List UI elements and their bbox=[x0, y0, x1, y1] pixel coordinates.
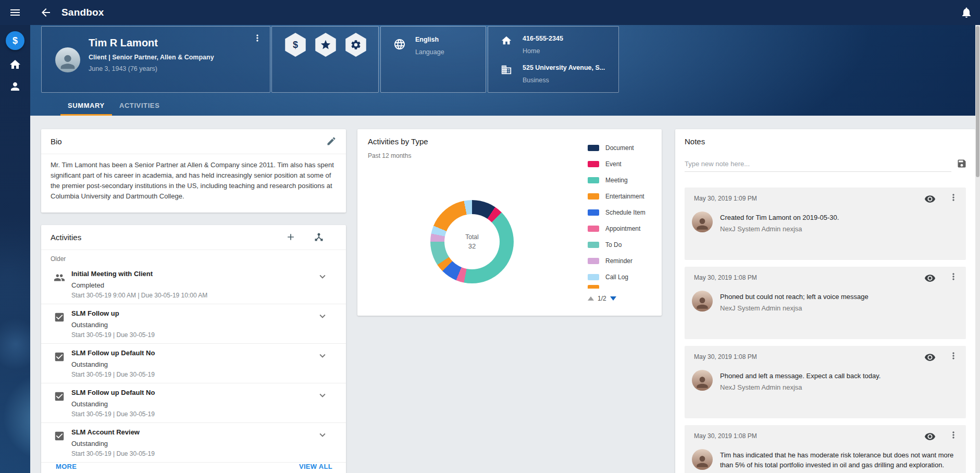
note-body: Phoned and left a message. Expect a call… bbox=[720, 371, 956, 392]
hierarchy-icon[interactable] bbox=[314, 232, 324, 242]
building-icon bbox=[501, 64, 512, 76]
person-icon bbox=[694, 216, 711, 232]
activity-item[interactable]: SLM Account Review Outstanding Start 30-… bbox=[41, 423, 346, 463]
phone-number[interactable]: 416-555-2345 bbox=[523, 35, 563, 42]
add-activity-plus-icon[interactable] bbox=[286, 232, 296, 242]
profile-avatar bbox=[55, 47, 80, 72]
people-icon bbox=[54, 272, 65, 283]
profile-card: Tim R Lamont Client | Senior Partner, Al… bbox=[41, 26, 270, 93]
activity-status: Outstanding bbox=[71, 400, 108, 408]
visibility-eye-icon[interactable] bbox=[924, 193, 936, 205]
scrollbar-thumb[interactable] bbox=[976, 26, 979, 177]
legend-item: Entertainment bbox=[588, 188, 646, 204]
menu-icon[interactable] bbox=[9, 6, 21, 19]
chevron-down-icon[interactable] bbox=[317, 350, 328, 362]
activities-card: Activities Older Initial Meeting with Cl… bbox=[41, 225, 346, 473]
legend-item: To Do bbox=[588, 236, 646, 253]
tab-activities[interactable]: ACTIVITIES bbox=[112, 97, 167, 116]
note-kebab-menu-icon[interactable] bbox=[948, 271, 959, 282]
visibility-eye-icon[interactable] bbox=[924, 272, 936, 284]
badge-star[interactable] bbox=[314, 33, 338, 57]
topbar: Sandbox bbox=[0, 0, 980, 25]
activity-dates: Start 30-05-19 9:00 AM | Due 30-05-19 10… bbox=[71, 292, 207, 299]
save-note-icon[interactable] bbox=[957, 158, 967, 169]
activity-item[interactable]: Initial Meeting with Client Completed St… bbox=[41, 265, 346, 304]
chevron-down-icon[interactable] bbox=[317, 429, 328, 441]
badge-dollar[interactable]: $ bbox=[283, 33, 307, 57]
address-value[interactable]: 525 University Avenue, S... bbox=[523, 64, 605, 71]
bio-text: Mr. Tim Lamont has been a Senior Partner… bbox=[41, 154, 346, 202]
activity-item[interactable]: SLM Follow up Outstanding Start 30-05-19… bbox=[41, 304, 346, 344]
chart-subtitle: Past 12 months bbox=[368, 152, 411, 159]
chevron-down-icon[interactable] bbox=[317, 390, 328, 401]
chart-legend: Document Event Meeting Entertainment Sch… bbox=[588, 140, 646, 285]
chevron-down-icon[interactable] bbox=[317, 310, 328, 322]
more-button[interactable]: MORE bbox=[56, 463, 77, 470]
legend-label: To Do bbox=[605, 241, 622, 248]
note-entry: May 30, 2019 1:08 PM Phoned and left a m… bbox=[685, 346, 966, 418]
person-icon bbox=[57, 52, 78, 72]
notes-card: Notes May 30, 2019 1:09 PM Created for T… bbox=[675, 129, 975, 473]
dollar-icon: $ bbox=[13, 35, 18, 46]
notifications-bell-icon[interactable] bbox=[960, 6, 973, 19]
note-kebab-menu-icon[interactable] bbox=[948, 430, 959, 440]
legend-item: Event bbox=[588, 156, 646, 172]
note-timestamp: May 30, 2019 1:08 PM bbox=[694, 274, 757, 281]
activity-title: SLM Account Review bbox=[71, 428, 140, 436]
activity-item[interactable]: SLM Follow up Default No Outstanding Sta… bbox=[41, 344, 346, 383]
note-kebab-menu-icon[interactable] bbox=[948, 192, 959, 203]
activity-status: Outstanding bbox=[71, 360, 108, 368]
dollar-icon: $ bbox=[293, 40, 298, 51]
contact-birthdate: June 3, 1943 (76 years) bbox=[89, 65, 157, 72]
note-author-avatar bbox=[692, 370, 713, 391]
legend-swatch bbox=[588, 226, 599, 232]
sidebar-item-home[interactable] bbox=[9, 58, 21, 71]
legend-label: Reminder bbox=[605, 257, 632, 265]
person-icon bbox=[9, 80, 21, 93]
page-up-icon[interactable] bbox=[588, 296, 594, 301]
legend-swatch bbox=[588, 145, 599, 151]
legend-item: Schedule Item bbox=[588, 204, 646, 220]
legend-swatch bbox=[588, 258, 599, 264]
visibility-eye-icon[interactable] bbox=[924, 431, 936, 442]
view-all-button[interactable]: VIEW ALL bbox=[299, 463, 332, 470]
legend-label: Document bbox=[605, 144, 634, 152]
sidebar-item-finance[interactable]: $ bbox=[6, 31, 24, 50]
contact-name: Tim R Lamont bbox=[89, 37, 158, 49]
language-card[interactable]: English Language bbox=[380, 26, 486, 93]
left-sidebar: $ bbox=[0, 25, 30, 473]
back-arrow-icon[interactable] bbox=[40, 6, 52, 19]
person-icon bbox=[694, 453, 711, 470]
page-down-icon[interactable] bbox=[610, 296, 616, 301]
note-entry: May 30, 2019 1:09 PM Created for Tim Lam… bbox=[685, 188, 966, 260]
activity-dates: Start 30-05-19 | Due 30-05-19 bbox=[71, 410, 155, 418]
activity-item[interactable]: SLM Follow up Default No Outstanding Sta… bbox=[41, 383, 346, 423]
activity-status: Outstanding bbox=[71, 440, 108, 447]
scrollbar-track[interactable] bbox=[975, 25, 980, 473]
tab-summary[interactable]: SUMMARY bbox=[60, 97, 112, 116]
contact-subtitle: Client | Senior Partner, Allen & Company bbox=[89, 54, 214, 61]
visibility-eye-icon[interactable] bbox=[924, 352, 936, 363]
person-icon bbox=[694, 295, 711, 312]
badge-settings[interactable] bbox=[344, 33, 368, 57]
sidebar-item-contacts[interactable] bbox=[9, 80, 21, 93]
phone-label: Home bbox=[523, 47, 540, 55]
task-icon bbox=[54, 430, 65, 442]
activities-group-label: Older bbox=[41, 250, 346, 265]
activity-dates: Start 30-05-19 | Due 30-05-19 bbox=[71, 371, 155, 378]
activities-by-type-card: Activities by Type Past 12 months Total … bbox=[357, 129, 662, 316]
new-note-input[interactable] bbox=[685, 156, 951, 172]
profile-kebab-menu-icon[interactable] bbox=[252, 33, 263, 43]
chevron-down-icon[interactable] bbox=[317, 271, 328, 282]
note-body: Phoned but could not reach; left a voice… bbox=[720, 292, 956, 313]
badges-card: $ bbox=[271, 26, 379, 93]
activities-title: Activities bbox=[51, 233, 81, 242]
note-author: NexJ System Admin nexjsa bbox=[720, 382, 956, 392]
edit-pencil-icon[interactable] bbox=[326, 136, 337, 146]
note-author-avatar bbox=[692, 291, 713, 312]
note-text: Created for Tim Lamont on 2019-05-30. bbox=[720, 213, 956, 222]
legend-swatch bbox=[588, 161, 599, 167]
note-kebab-menu-icon[interactable] bbox=[948, 351, 959, 361]
home-icon bbox=[9, 58, 21, 71]
language-label: Language bbox=[415, 48, 444, 56]
